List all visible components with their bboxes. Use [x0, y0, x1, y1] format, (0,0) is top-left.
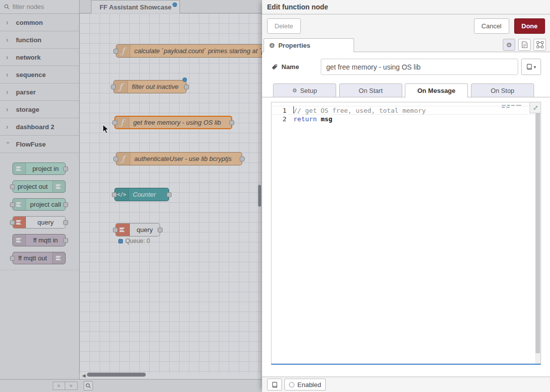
- horizontal-scrollbar[interactable]: [87, 373, 146, 377]
- output-port[interactable]: [184, 84, 189, 89]
- code-line-1[interactable]: 1 // get OS free, used, total memory: [272, 106, 541, 115]
- palette-node-project-call[interactable]: project call: [12, 198, 66, 211]
- input-port[interactable]: [113, 228, 118, 233]
- output-port[interactable]: [63, 166, 68, 171]
- input-port[interactable]: [10, 184, 15, 189]
- flow-node-calculate-primes[interactable]: ƒ calculate `payload.count` primes start…: [116, 44, 262, 58]
- input-port[interactable]: [112, 192, 117, 197]
- palette-category-common[interactable]: ›common: [0, 14, 79, 31]
- palette-category-storage[interactable]: ›storage: [0, 101, 79, 118]
- gear-icon: ⚙: [506, 41, 512, 49]
- palette-category-sequence[interactable]: ›sequence: [0, 66, 79, 83]
- editor-scrollbar[interactable]: [535, 102, 541, 364]
- input-port[interactable]: [111, 84, 116, 89]
- flow-node-get-free-memory[interactable]: ƒ get free memory - using OS lib: [114, 116, 232, 129]
- input-port[interactable]: [10, 202, 15, 207]
- output-port[interactable]: [63, 238, 68, 243]
- tab-on-message[interactable]: On Message: [405, 83, 468, 98]
- palette-node-ff-mqtt-out[interactable]: ff mqtt out: [12, 252, 66, 264]
- vertical-scrollbar[interactable]: [258, 185, 261, 207]
- status-dot: [118, 239, 123, 243]
- flow-canvas[interactable]: FF Assistant Showcase ƒ calculate `paylo…: [80, 0, 262, 379]
- book-icon: [526, 64, 532, 70]
- output-port[interactable]: [158, 228, 163, 233]
- chevron-right-icon: ›: [6, 88, 11, 96]
- book-icon: [272, 382, 277, 388]
- palette-category-parser[interactable]: ›parser: [0, 83, 79, 101]
- tab-on-stop[interactable]: On Stop: [471, 83, 534, 97]
- node-status: Queue: 0: [118, 237, 150, 244]
- search-icon: [4, 4, 9, 9]
- expand-categories-button[interactable]: «: [65, 382, 78, 390]
- flowfuse-icon: [52, 181, 65, 192]
- delete-button[interactable]: Delete: [267, 18, 301, 34]
- double-chevron-down-icon: «: [69, 385, 74, 388]
- output-port[interactable]: [229, 120, 234, 125]
- tray-footer: Enabled: [262, 377, 550, 392]
- chevron-right-icon: ›: [6, 18, 11, 26]
- node-description-button[interactable]: [518, 39, 531, 51]
- palette-flowfuse-nodes: project in project out project call quer…: [0, 153, 79, 270]
- palette-category-dashboard2[interactable]: ›dashboard 2: [0, 118, 79, 136]
- palette-search[interactable]: [0, 0, 79, 14]
- node-appearance-button[interactable]: [534, 39, 546, 51]
- flow-node-query[interactable]: query: [115, 223, 160, 236]
- canvas-search-button[interactable]: [84, 381, 93, 391]
- flow-node-authenticate-user[interactable]: ƒ authenticateUser - use lib bcryptjs: [116, 152, 242, 165]
- flowfuse-icon: [52, 252, 65, 264]
- workspace-tab[interactable]: FF Assistant Showcase: [91, 0, 180, 13]
- palette-node-ff-mqtt-in[interactable]: ff mqtt in: [12, 234, 66, 246]
- tab-setup[interactable]: ⚙ Setup: [273, 83, 336, 97]
- line-number: 2: [272, 115, 293, 124]
- function-icon: ƒ: [116, 153, 130, 165]
- palette-category-flowfuse[interactable]: ›FlowFuse: [0, 136, 79, 153]
- palette-node-query[interactable]: query: [12, 216, 66, 229]
- expand-editor-button[interactable]: [530, 102, 541, 113]
- flowfuse-icon: [13, 235, 26, 246]
- palette-category-function[interactable]: ›function: [0, 31, 79, 49]
- output-port[interactable]: [240, 157, 245, 161]
- chevron-right-icon: ›: [6, 123, 11, 131]
- gear-icon: ⚙: [269, 42, 275, 49]
- edit-properties-button[interactable]: ⚙: [503, 39, 515, 51]
- output-port[interactable]: [63, 220, 68, 225]
- expand-icon: [533, 105, 539, 111]
- chevron-right-icon: ›: [6, 71, 11, 78]
- flowfuse-icon: [116, 224, 130, 236]
- editor-footer: « «: [0, 379, 262, 392]
- palette-category-network[interactable]: ›network: [0, 49, 79, 66]
- output-port[interactable]: [167, 192, 172, 197]
- code-editor[interactable]: 1 // get OS free, used, total memory 2 r…: [271, 102, 541, 365]
- library-dropdown-button[interactable]: ▾: [521, 59, 541, 75]
- node-name-input[interactable]: [321, 59, 518, 75]
- tab-on-start[interactable]: On Start: [339, 83, 402, 97]
- tray-title: Edit function node: [262, 0, 550, 14]
- palette-filter-input[interactable]: [12, 3, 67, 10]
- properties-tab[interactable]: ⚙ Properties: [264, 38, 354, 52]
- palette-node-project-in[interactable]: project in: [12, 162, 66, 175]
- palette-node-project-out[interactable]: project out: [12, 180, 66, 193]
- flowfuse-icon: [13, 163, 26, 174]
- input-port[interactable]: [113, 49, 118, 54]
- input-port[interactable]: [112, 120, 117, 125]
- input-port[interactable]: [10, 256, 15, 261]
- output-port[interactable]: [63, 202, 68, 207]
- flow-node-filter-out-inactive[interactable]: ƒ filter out inactive: [113, 80, 186, 93]
- double-chevron-up-icon: «: [56, 385, 62, 388]
- scroll-left-arrow[interactable]: ◀: [82, 373, 86, 378]
- flow-node-counter[interactable]: </> Counter: [114, 188, 169, 201]
- input-port[interactable]: [113, 157, 118, 161]
- collapse-categories-button[interactable]: «: [53, 382, 65, 390]
- done-button[interactable]: Done: [514, 18, 546, 34]
- node-palette: ›common ›function ›network ›sequence ›pa…: [0, 0, 80, 379]
- document-icon: [522, 41, 528, 48]
- cancel-button[interactable]: Cancel: [474, 18, 509, 34]
- library-button[interactable]: [267, 379, 282, 391]
- chevron-down-icon: ›: [4, 142, 12, 147]
- code-line-2[interactable]: 2 return msg: [272, 115, 541, 124]
- edit-tray: Edit function node Delete Cancel Done ⚙ …: [262, 0, 550, 392]
- enabled-toggle-button[interactable]: Enabled: [284, 379, 326, 391]
- input-port[interactable]: [10, 220, 15, 225]
- code-icon: </>: [115, 188, 129, 201]
- tray-toolbar: Delete Cancel Done: [262, 14, 550, 38]
